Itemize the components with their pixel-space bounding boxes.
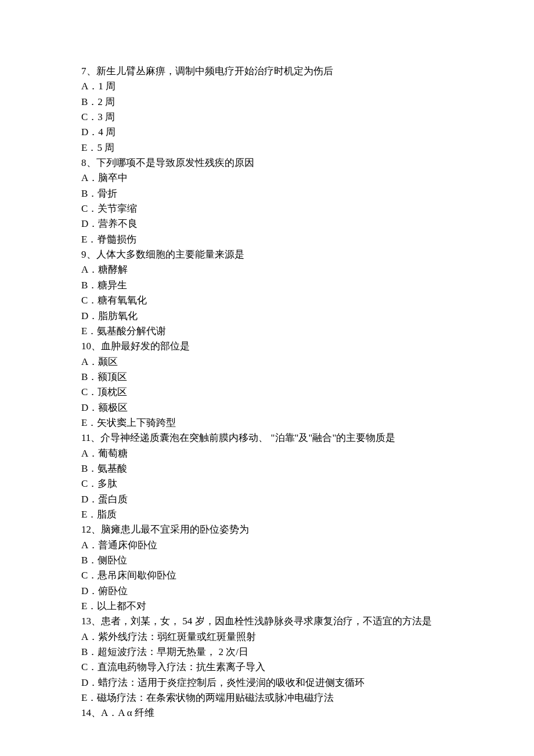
question-option: B．骨折 [81,186,453,201]
question-stem: 13、患者，刘某，女， 54 岁，因血栓性浅静脉炎寻求康复治疗，不适宜的方法是 [81,614,453,629]
question-stem: 10、血肿最好发的部位是 [81,339,453,354]
question-stem: 12、脑瘫患儿最不宜采用的卧位姿势为 [81,522,453,537]
question-option: A．紫外线疗法：弱红斑量或红斑量照射 [81,630,453,645]
question-option: D．蛋白质 [81,492,453,507]
question-stem: 14、A．A α 纤维 [81,706,453,721]
question-option: E．氨基酸分解代谢 [81,324,453,339]
question-stem: 8、下列哪项不是导致原发性残疾的原因 [81,155,453,171]
question-stem: 7、新生儿臂丛麻痹，调制中频电疗开始治疗时机定为伤后 [81,64,453,79]
question-option: B．氨基酸 [81,461,453,476]
question-option: D．俯卧位 [81,584,453,599]
question-option: E．5 周 [81,140,453,155]
question-option: A．葡萄糖 [81,446,453,461]
question-option: B．糖异生 [81,278,453,293]
question-option: B．侧卧位 [81,553,453,568]
question-option: A．脑卒中 [81,171,453,186]
question-stem: 9、人体大多数细胞的主要能量来源是 [81,247,453,262]
question-option: E．脊髓损伤 [81,232,453,247]
question-option: E．以上都不对 [81,599,453,614]
question-option: A．普通床仰卧位 [81,538,453,553]
question-option: C．多肽 [81,476,453,491]
question-option: E．脂质 [81,507,453,522]
question-option: C．顶枕区 [81,385,453,400]
question-option: C．3 周 [81,110,453,125]
question-option: B．额顶区 [81,370,453,385]
question-option: C．关节挛缩 [81,201,453,216]
question-option: A．颞区 [81,355,453,370]
document-content: 7、新生儿臂丛麻痹，调制中频电疗开始治疗时机定为伤后A．1 周B．2 周C．3 … [81,64,453,721]
question-option: D．营养不良 [81,216,453,231]
question-option: D．4 周 [81,125,453,140]
question-option: E．矢状窦上下骑跨型 [81,415,453,431]
question-option: C．悬吊床间歇仰卧位 [81,568,453,583]
question-option: B．超短波疗法：早期无热量， 2 次/日 [81,645,453,660]
question-option: D．脂肪氧化 [81,309,453,324]
question-option: D．额极区 [81,400,453,415]
question-option: A．1 周 [81,79,453,94]
question-option: C．糖有氧氧化 [81,293,453,308]
question-option: C．直流电药物导入疗法：抗生素离子导入 [81,660,453,675]
question-option: B．2 周 [81,95,453,110]
question-stem: 11、介导神经递质囊泡在突触前膜内移动、 "泊靠"及"融合"的主要物质是 [81,431,453,446]
question-option: A．糖酵解 [81,262,453,277]
question-option: D．蜡疗法：适用于炎症控制后，炎性浸润的吸收和促进侧支循环 [81,675,453,690]
question-option: E．磁场疗法：在条索状物的两端用贴磁法或脉冲电磁疗法 [81,690,453,706]
